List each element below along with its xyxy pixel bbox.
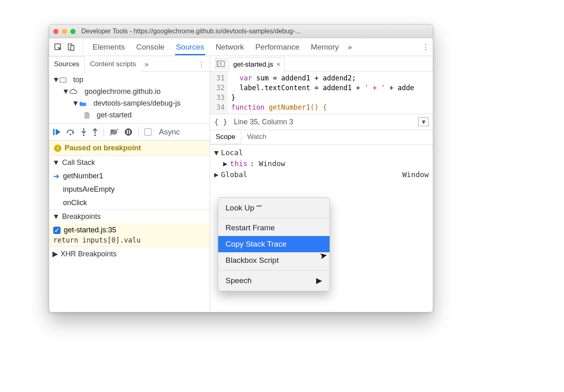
ctx-speech[interactable]: Speech▶	[218, 272, 330, 289]
cloud-icon	[69, 89, 78, 95]
svg-rect-3	[53, 129, 54, 135]
submenu-arrow-icon: ▶	[316, 276, 322, 285]
breakpoints-section: ▼Breakpoints ✓get-started.js:35 return i…	[49, 210, 210, 247]
tab-sources[interactable]: Sources	[175, 39, 205, 55]
resume-icon[interactable]	[53, 128, 61, 136]
call-stack-header[interactable]: ▼Call Stack	[49, 156, 210, 169]
cursor-position: Line 35, Column 3	[234, 118, 293, 126]
tab-performance[interactable]: Performance	[254, 39, 300, 55]
code-body: var sum = addend1 + addend2; label.textC…	[228, 71, 417, 114]
ctx-copy-stack-trace[interactable]: Copy Stack Trace	[218, 236, 330, 252]
ctx-blackbox-script[interactable]: Blackbox Script	[218, 252, 330, 269]
scope-local[interactable]: ▼Local	[214, 147, 429, 158]
breakpoints-header[interactable]: ▼Breakpoints	[49, 210, 210, 223]
folder-icon	[79, 101, 87, 106]
scope-global[interactable]: ▶GlobalWindow	[214, 169, 429, 180]
step-into-icon[interactable]	[81, 128, 87, 136]
nav-tab-content-scripts[interactable]: Content scripts	[85, 56, 141, 71]
scope-panel: ▼Local ▶this: Window ▶GlobalWindow	[210, 145, 433, 182]
call-stack-section: ▼Call Stack ➔getNumber1 inputsAreEmpty o…	[49, 156, 210, 210]
paused-banner: i Paused on breakpoint	[49, 141, 210, 156]
gutter: 31 32 33 34	[210, 71, 228, 114]
svg-rect-10	[127, 130, 128, 134]
step-over-icon[interactable]	[66, 128, 75, 136]
close-tab-icon[interactable]: ×	[276, 61, 280, 69]
tab-watch[interactable]: Watch	[241, 130, 273, 144]
step-out-icon[interactable]	[92, 128, 98, 136]
svg-rect-13	[217, 61, 219, 67]
editor-tabs: get-started.js ×	[210, 56, 433, 71]
tab-scope[interactable]: Scope	[210, 130, 241, 144]
svg-point-5	[83, 134, 85, 136]
svg-rect-11	[129, 130, 130, 134]
svg-point-4	[69, 134, 71, 135]
ctx-restart-frame[interactable]: Restart Frame	[218, 220, 330, 236]
debugger-toolbar: Async	[49, 123, 210, 141]
tab-memory[interactable]: Memory	[310, 39, 340, 55]
sidebar-tabs: Scope Watch	[210, 130, 433, 145]
pretty-print-icon[interactable]: { }	[214, 118, 228, 126]
code-editor[interactable]: 31 32 33 34 var sum = addend1 + addend2;…	[210, 71, 433, 114]
pause-exceptions-icon[interactable]	[124, 128, 132, 136]
svg-point-9	[125, 128, 132, 136]
tab-console[interactable]: Console	[135, 39, 165, 55]
inspect-icon[interactable]	[52, 41, 64, 53]
ctx-lookup[interactable]: Look Up “”	[218, 200, 330, 216]
stack-frame-1[interactable]: inputsAreEmpty	[49, 183, 210, 196]
nav-kebab-icon[interactable]: ⋮	[193, 61, 210, 71]
editor-status-bar: { } Line 35, Column 3 ▾	[210, 114, 433, 130]
more-tabs-icon[interactable]: »	[348, 43, 352, 52]
async-checkbox[interactable]	[144, 128, 152, 136]
xhr-breakpoints-section: ▶XHR Breakpoints	[49, 247, 210, 261]
tree-top[interactable]: ▼ top	[52, 74, 206, 86]
tree-folder[interactable]: ▼ devtools-samples/debug-js	[52, 97, 206, 109]
settings-kebab-icon[interactable]: ⋮	[422, 42, 430, 52]
breakpoint-checkbox[interactable]: ✓	[53, 227, 61, 234]
file-icon	[84, 112, 90, 119]
xhr-breakpoints-header[interactable]: ▶XHR Breakpoints	[49, 247, 210, 261]
stack-frame-2[interactable]: onClick	[49, 196, 210, 210]
status-dropdown-icon[interactable]: ▾	[418, 117, 429, 126]
nav-tab-sources[interactable]: Sources	[49, 56, 85, 71]
tree-domain[interactable]: ▼ googlechrome.github.io	[52, 86, 206, 97]
window-controls	[53, 29, 76, 34]
titlebar: Developer Tools - https://googlechrome.g…	[49, 25, 433, 38]
device-toggle-icon[interactable]	[65, 41, 77, 53]
stack-frame-0[interactable]: ➔getNumber1	[49, 169, 210, 183]
nav-more-icon[interactable]: »	[141, 60, 152, 69]
context-menu: Look Up “” Restart Frame Copy Stack Trac…	[218, 197, 330, 291]
deactivate-breakpoints-icon[interactable]	[110, 128, 119, 136]
file-tab[interactable]: get-started.js ×	[229, 57, 285, 71]
file-tree: ▼ top ▼ googlechrome.github.io ▼ devtool…	[49, 71, 210, 123]
close-icon[interactable]	[53, 29, 59, 34]
minimize-icon[interactable]	[62, 29, 67, 34]
tree-file[interactable]: get-started	[52, 109, 206, 121]
tab-network[interactable]: Network	[215, 39, 245, 55]
devtools-window: Developer Tools - https://googlechrome.g…	[49, 24, 433, 312]
info-icon: i	[54, 145, 61, 152]
toggle-navigator-icon[interactable]	[215, 58, 226, 69]
svg-point-6	[94, 134, 96, 136]
svg-rect-2	[71, 45, 74, 50]
scope-this[interactable]: ▶this: Window	[214, 158, 429, 169]
breakpoint-item[interactable]: ✓get-started.js:35 return inputs[0].valu	[49, 223, 210, 247]
main-toolbar: Elements Console Sources Network Perform…	[49, 38, 433, 56]
navigator-tabs: Sources Content scripts » ⋮	[49, 56, 210, 71]
tab-elements[interactable]: Elements	[92, 39, 126, 55]
window-title: Developer Tools - https://googlechrome.g…	[81, 28, 301, 35]
breakpoint-code: return inputs[0].valu	[53, 236, 206, 244]
maximize-icon[interactable]	[70, 29, 76, 34]
async-label: Async	[159, 128, 180, 136]
